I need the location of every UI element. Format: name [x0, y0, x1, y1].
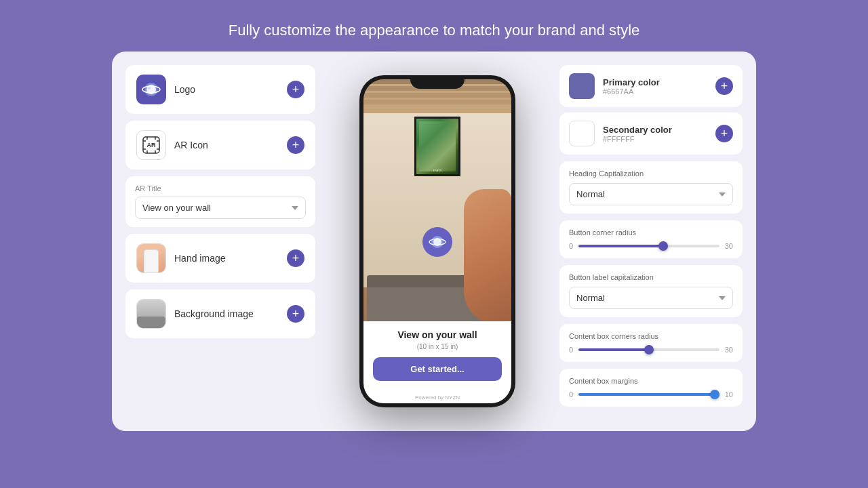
phone-powered-by: Powered by NYZN	[363, 390, 511, 403]
primary-color-add-button[interactable]: +	[715, 77, 733, 95]
margins-min: 0	[569, 390, 573, 399]
svg-point-8	[433, 238, 441, 246]
content-box-corners-section: Content box corners radius 0 30	[559, 324, 743, 362]
ar-icon-bg: AR	[136, 130, 166, 160]
hand-image-add-button[interactable]: +	[287, 249, 304, 267]
content-box-margins-track[interactable]	[578, 393, 719, 396]
primary-color-name: Primary color	[603, 77, 707, 87]
secondary-color-name: Secondary color	[603, 125, 707, 135]
heading-capitalization-section: Heading Capitalization Normal Uppercase …	[559, 161, 743, 214]
main-card: Logo + AR AR Icon + AR Title View on you…	[112, 52, 756, 431]
button-corner-radius-label: Button corner radius	[569, 228, 733, 237]
phone-screen: EARTH	[363, 79, 511, 403]
phone-notch	[410, 75, 465, 89]
hand-image-label: Hand image	[174, 253, 226, 264]
phone-view-title: View on your wall	[397, 329, 477, 340]
background-image-label: Background image	[174, 308, 254, 319]
background-image-add-button[interactable]: +	[287, 305, 304, 323]
secondary-color-swatch[interactable]	[569, 121, 595, 146]
secondary-color-row: Secondary color #FFFFFF +	[559, 113, 743, 155]
svg-point-2	[146, 85, 156, 94]
content-box-corners-slider-row: 0 30	[569, 346, 733, 354]
phone-planet-icon	[422, 227, 452, 257]
button-label-cap-select[interactable]: Normal Uppercase Lowercase Capitalize	[569, 287, 733, 309]
content-box-corners-label: Content box corners radius	[569, 332, 733, 340]
right-panel: Primary color #6667AA + Secondary color …	[559, 65, 743, 418]
content-box-margins-section: Content box margins 0 10	[559, 369, 743, 407]
margins-max: 10	[725, 390, 733, 399]
button-label-cap-label: Button label capitalization	[569, 273, 733, 281]
ar-icon-item: AR AR Icon +	[125, 121, 315, 169]
phone-view-subtitle: (10 in x 15 in)	[417, 343, 458, 350]
ar-icon-add-button[interactable]: +	[287, 136, 304, 154]
logo-label: Logo	[174, 84, 195, 95]
planet-icon	[142, 80, 161, 99]
background-image-icon	[136, 299, 166, 329]
ar-title-label: AR Title	[135, 184, 306, 192]
hand-image-item: Hand image +	[125, 234, 315, 283]
button-label-cap-section: Button label capitalization Normal Upper…	[559, 265, 743, 317]
button-corner-radius-slider-row: 0 30	[569, 242, 733, 250]
content-box-margins-label: Content box margins	[569, 377, 733, 385]
content-box-margins-slider-row: 0 10	[569, 390, 733, 399]
secondary-color-hex: #FFFFFF	[603, 135, 707, 143]
phone-bottom-ui: View on your wall (10 in x 15 in) Get st…	[363, 321, 511, 390]
ar-icon: AR	[141, 135, 161, 155]
logo-item: Logo +	[125, 65, 315, 114]
ar-icon-label: AR Icon	[174, 140, 208, 150]
page-title: Fully customize the appearance to match …	[229, 22, 640, 39]
svg-point-3	[148, 87, 151, 89]
primary-color-hex: #6667AA	[603, 87, 707, 96]
ar-title-select[interactable]: View on your wall See it in your space V…	[135, 197, 306, 219]
ar-title-section: AR Title View on your wall See it in you…	[125, 176, 315, 227]
left-panel: Logo + AR AR Icon + AR Title View on you…	[125, 65, 315, 418]
secondary-color-add-button[interactable]: +	[715, 125, 733, 142]
primary-color-row: Primary color #6667AA +	[559, 65, 743, 107]
logo-icon-bg	[136, 75, 166, 104]
phone-mockup: EARTH	[359, 75, 515, 407]
content-corners-max: 30	[725, 346, 733, 354]
primary-color-info: Primary color #6667AA	[603, 77, 707, 96]
button-corner-radius-section: Button corner radius 0 30	[559, 220, 743, 258]
phone-cta-button[interactable]: Get started...	[373, 357, 502, 381]
secondary-color-info: Secondary color #FFFFFF	[603, 125, 707, 143]
heading-cap-select[interactable]: Normal Uppercase Lowercase Capitalize	[569, 183, 733, 205]
slider-max: 30	[725, 242, 733, 250]
color-sections: Primary color #6667AA + Secondary color …	[559, 65, 743, 155]
svg-text:AR: AR	[147, 142, 156, 148]
center-panel: EARTH	[328, 65, 547, 418]
primary-color-swatch[interactable]	[569, 73, 595, 99]
content-box-corners-track[interactable]	[578, 348, 719, 351]
logo-add-button[interactable]: +	[287, 81, 304, 98]
heading-cap-label: Heading Capitalization	[569, 169, 733, 178]
slider-min: 0	[569, 242, 573, 250]
button-corner-radius-track[interactable]	[578, 245, 719, 247]
hand-image-icon	[136, 243, 166, 273]
content-corners-min: 0	[569, 346, 573, 354]
background-image-item: Background image +	[125, 289, 315, 338]
